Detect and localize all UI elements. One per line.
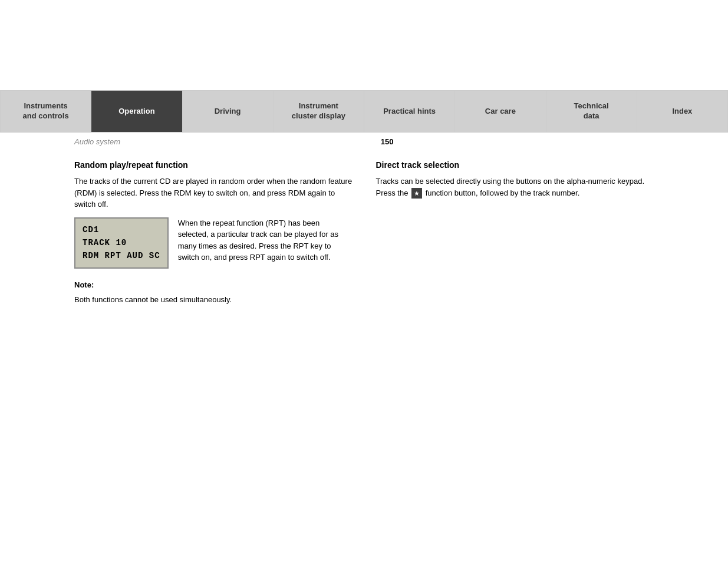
nav-item-instruments[interactable]: Instruments and controls: [1, 91, 91, 132]
nav-item-cluster[interactable]: Instrument cluster display: [274, 91, 364, 132]
lcd-line-3: RDM RPT AUD SC: [83, 249, 160, 262]
nav-item-practical[interactable]: Practical hints: [364, 91, 455, 132]
section-label: Audio system: [74, 137, 120, 146]
nav-item-operation[interactable]: Operation: [91, 91, 182, 132]
nav-label-cluster: Instrument cluster display: [292, 101, 345, 121]
nav-label-operation: Operation: [118, 107, 154, 117]
left-paragraph1: The tracks of the current CD are played …: [74, 176, 353, 210]
nav-item-index[interactable]: Index: [637, 91, 727, 132]
note-text: Both functions cannot be used simultaneo…: [74, 294, 353, 306]
left-section-title: Random play/repeat function: [74, 160, 353, 170]
right-section-title: Direct track selection: [376, 160, 654, 170]
note-label: Note:: [74, 280, 353, 289]
main-content: Random play/repeat function The tracks o…: [74, 160, 654, 305]
left-column: Random play/repeat function The tracks o…: [74, 160, 353, 305]
lcd-display: CD1 TRACK 10 RDM RPT AUD SC: [74, 217, 169, 269]
page-header: Audio system 150: [74, 133, 654, 151]
nav-label-practical: Practical hints: [383, 107, 436, 117]
navigation-bar: Instruments and controls Operation Drivi…: [0, 90, 728, 133]
nav-item-carcare[interactable]: Car care: [455, 91, 546, 132]
right-column: Direct track selection Tracks can be sel…: [376, 160, 654, 305]
right-text-part2: function button, followed by the track n…: [426, 189, 580, 197]
star-function-button: ★: [411, 188, 422, 199]
nav-label-index: Index: [672, 107, 692, 117]
nav-item-technical[interactable]: Technical data: [546, 91, 637, 132]
inline-repeat-text: When the repeat function (RPT) has been …: [178, 217, 353, 263]
lcd-line-2: TRACK 10: [83, 236, 160, 249]
page-number: 150: [381, 137, 394, 146]
lcd-line-1: CD1: [83, 223, 160, 236]
nav-item-driving[interactable]: Driving: [183, 91, 274, 132]
nav-label-technical: Technical data: [574, 101, 609, 121]
right-paragraph1: Tracks can be selected directly using th…: [376, 176, 654, 199]
lcd-text-block: CD1 TRACK 10 RDM RPT AUD SC When the rep…: [74, 217, 353, 273]
nav-label-carcare: Car care: [485, 107, 516, 117]
content-area: Audio system 150 Random play/repeat func…: [0, 133, 728, 305]
nav-label-driving: Driving: [215, 107, 241, 117]
nav-label-instruments: Instruments and controls: [23, 101, 69, 121]
